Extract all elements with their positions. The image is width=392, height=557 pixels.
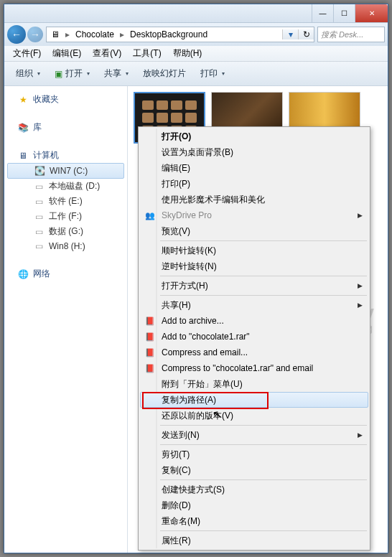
menu-item-label: 打印(P) — [162, 178, 190, 190]
context-menu-item[interactable]: 还原以前的版本(V) — [140, 408, 368, 423]
context-menu-item[interactable]: 共享(H)▶ — [140, 297, 368, 313]
refresh-button[interactable]: ▾ — [282, 29, 298, 39]
drive-icon: ▭ — [33, 196, 45, 207]
drive-label: 数据 (G:) — [49, 225, 83, 238]
nav-bar: ← → 🖥 ▸ Chocolate ▸ DesktopBackground ▾ … — [4, 23, 388, 46]
menu-item-label: 创建快捷方式(S) — [162, 484, 225, 496]
context-menu-item[interactable]: 属性(R) — [140, 533, 368, 548]
back-button[interactable]: ← — [7, 25, 26, 44]
drive-icon: ▭ — [33, 240, 45, 252]
slideshow-button[interactable]: 放映幻灯片 — [137, 67, 192, 80]
menu-item-label: 打开方式(H) — [162, 280, 208, 292]
breadcrumb[interactable]: 🖥 ▸ Chocolate ▸ DesktopBackground ▾ ↻ — [46, 27, 314, 42]
chevron-right-icon: ▸ — [64, 29, 71, 39]
menu-item-label: 发送到(N) — [162, 429, 200, 441]
menu-item-label: Add to "chocolate1.rar" — [162, 332, 250, 342]
breadcrumb-seg[interactable]: Chocolate — [71, 27, 118, 42]
submenu-arrow-icon: ▶ — [358, 212, 363, 219]
context-menu-item[interactable]: 顺时针旋转(K) — [140, 243, 368, 258]
menu-view[interactable]: 查看(V) — [87, 47, 127, 60]
context-menu-item[interactable]: 使用光影魔术手编辑和美化 — [140, 192, 368, 207]
print-button[interactable]: 打印 — [195, 67, 230, 80]
forward-button[interactable]: → — [27, 27, 43, 42]
menu-separator — [160, 530, 367, 531]
context-menu-item[interactable]: 复制为路径(A) — [140, 392, 368, 408]
sidebar-library[interactable]: 📚 库 — [4, 120, 127, 135]
menu-item-label: 共享(H) — [162, 299, 191, 312]
menu-separator — [160, 240, 367, 241]
context-menu-item[interactable]: 打开方式(H)▶ — [140, 278, 368, 294]
context-menu-item[interactable]: 📕Add to "chocolate1.rar" — [140, 329, 368, 345]
breadcrumb-root-icon[interactable]: 🖥 — [47, 27, 64, 42]
sidebar-drive[interactable]: ▭Win8 (H:) — [4, 239, 127, 253]
context-menu-item[interactable]: 打印(P) — [140, 176, 368, 192]
sidebar-drive[interactable]: ▭工作 (F:) — [4, 209, 127, 224]
context-menu-item[interactable]: 打开(O) — [140, 128, 368, 144]
menu-item-icon: 📕 — [144, 331, 156, 342]
menu-help[interactable]: 帮助(H) — [167, 47, 208, 60]
sidebar-network[interactable]: 🌐 网络 — [4, 266, 127, 281]
menu-item-icon: 📕 — [144, 362, 156, 374]
menu-item-label: 删除(D) — [162, 500, 191, 512]
menu-item-label: 复制为路径(A) — [162, 394, 216, 406]
menu-item-label: SkyDrive Pro — [162, 210, 212, 220]
refresh-icon[interactable]: ↻ — [298, 29, 314, 39]
drive-icon: ▭ — [33, 181, 45, 192]
menu-separator — [160, 425, 367, 426]
sidebar: ★ 收藏夹 📚 库 🖥 计算机 💽WIN7 (C:)▭本地磁盘 (D:)▭软件 … — [4, 86, 128, 553]
organize-button[interactable]: 组织 — [10, 67, 46, 80]
breadcrumb-seg[interactable]: DesktopBackground — [126, 27, 212, 42]
drive-label: 本地磁盘 (D:) — [49, 180, 100, 192]
sidebar-drive[interactable]: ▭本地磁盘 (D:) — [4, 179, 127, 194]
context-menu-item[interactable]: 发送到(N)▶ — [140, 427, 368, 443]
menu-edit[interactable]: 编辑(E) — [47, 47, 87, 60]
network-icon: 🌐 — [17, 268, 29, 280]
toolbar: 组织 ▣打开 共享 放映幻灯片 打印 — [4, 62, 388, 86]
context-menu-item[interactable]: 删除(D) — [140, 497, 368, 513]
context-menu-item[interactable]: 📕Compress and email... — [140, 345, 368, 360]
menubar: 文件(F) 编辑(E) 查看(V) 工具(T) 帮助(H) — [4, 46, 388, 62]
star-icon: ★ — [17, 94, 29, 106]
context-menu-item[interactable]: 剪切(T) — [140, 446, 368, 462]
menu-item-icon: 📕 — [144, 347, 156, 358]
search-input[interactable]: 搜索 Desk... — [317, 27, 385, 42]
menu-tools[interactable]: 工具(T) — [127, 47, 167, 60]
context-menu-item[interactable]: 重命名(M) — [140, 513, 368, 529]
sidebar-favorites[interactable]: ★ 收藏夹 — [4, 92, 127, 107]
context-menu-item[interactable]: 预览(V) — [140, 223, 368, 239]
menu-item-label: 属性(R) — [162, 535, 191, 547]
drive-icon: ▭ — [33, 226, 45, 238]
close-button[interactable]: ✕ — [355, 4, 388, 22]
context-menu-item[interactable]: 📕Add to archive... — [140, 313, 368, 329]
context-menu-item[interactable]: 创建快捷方式(S) — [140, 482, 368, 497]
open-button[interactable]: ▣打开 — [49, 67, 95, 80]
context-menu-item[interactable]: 逆时针旋转(N) — [140, 258, 368, 274]
menu-item-label: 附到「开始」菜单(U) — [162, 378, 243, 390]
sidebar-computer[interactable]: 🖥 计算机 — [4, 148, 127, 163]
menu-file[interactable]: 文件(F) — [7, 47, 47, 60]
context-menu-item[interactable]: 复制(C) — [140, 462, 368, 478]
menu-item-label: 使用光影魔术手编辑和美化 — [162, 194, 265, 206]
context-menu-item[interactable]: 📕Compress to "chocolate1.rar" and email — [140, 360, 368, 376]
context-menu-item: 👥SkyDrive Pro▶ — [140, 207, 368, 223]
sidebar-drive[interactable]: ▭软件 (E:) — [4, 194, 127, 209]
maximize-button[interactable]: ☐ — [333, 4, 355, 22]
minimize-button[interactable]: — — [312, 4, 333, 22]
context-menu-item[interactable]: 编辑(E) — [140, 160, 368, 176]
menu-item-label: 预览(V) — [162, 225, 190, 238]
library-icon: 📚 — [17, 122, 29, 134]
share-button[interactable]: 共享 — [98, 67, 134, 80]
menu-separator — [160, 444, 367, 445]
context-menu-item[interactable]: 附到「开始」菜单(U) — [140, 376, 368, 392]
menu-separator — [160, 479, 367, 480]
menu-item-label: 打开(O) — [162, 131, 191, 143]
drive-label: 软件 (E:) — [49, 195, 83, 207]
sidebar-drive[interactable]: ▭数据 (G:) — [4, 224, 127, 239]
context-menu-item[interactable]: 设置为桌面背景(B) — [140, 144, 368, 160]
menu-item-label: Compress to "chocolate1.rar" and email — [162, 363, 313, 373]
sidebar-drive[interactable]: 💽WIN7 (C:) — [7, 163, 124, 179]
menu-item-label: 编辑(E) — [162, 162, 190, 174]
computer-icon: 🖥 — [17, 150, 29, 162]
menu-item-label: Compress and email... — [162, 347, 248, 357]
submenu-arrow-icon: ▶ — [358, 431, 363, 439]
